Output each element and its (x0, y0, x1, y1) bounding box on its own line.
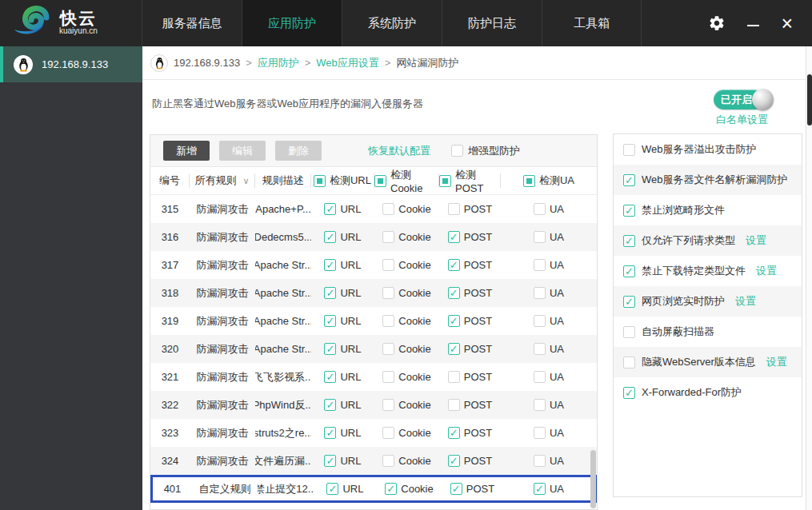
edit-button[interactable]: 编辑 (219, 141, 266, 161)
option-settings-link[interactable]: 设置 (746, 233, 766, 248)
post-checkbox[interactable] (448, 203, 460, 215)
url-check-cell: URL (311, 287, 374, 299)
url-checkbox[interactable] (324, 371, 336, 383)
page-description: 防止黑客通过Web服务器或Web应用程序的漏洞入侵服务器 (152, 97, 423, 111)
protection-option-row: 仅允许下列请求类型 设置 (614, 225, 802, 256)
check-cookie-all-checkbox[interactable] (374, 175, 386, 187)
protection-option-checkbox[interactable] (623, 296, 635, 308)
delete-button[interactable]: 删除 (275, 141, 322, 161)
post-checkbox[interactable] (448, 399, 460, 411)
nav-tab[interactable]: 服务器信息 (142, 0, 242, 46)
table-row[interactable]: 318 防漏洞攻击 Apache Str... URL Cookie POST … (150, 279, 597, 307)
breadcrumb-link-web-settings[interactable]: Web应用设置 (316, 56, 379, 70)
post-checkbox[interactable] (448, 455, 460, 467)
post-checkbox[interactable] (448, 343, 460, 355)
post-checkbox[interactable] (448, 231, 460, 243)
protection-option-checkbox[interactable] (623, 387, 635, 399)
nav-tab[interactable]: 应用防护 (242, 0, 342, 46)
ua-checkbox[interactable] (534, 231, 546, 243)
option-settings-link[interactable]: 设置 (766, 355, 787, 369)
ua-checkbox[interactable] (534, 203, 546, 215)
option-settings-link[interactable]: 设置 (735, 294, 756, 309)
check-post-all-checkbox[interactable] (439, 175, 451, 187)
restore-defaults-link[interactable]: 恢复默认配置 (368, 144, 430, 158)
url-checkbox[interactable] (324, 231, 336, 243)
ua-checkbox[interactable] (534, 455, 546, 467)
check-url-all-checkbox[interactable] (314, 175, 326, 187)
url-checkbox[interactable] (324, 315, 336, 327)
table-row[interactable]: 323 防漏洞攻击 struts2之re... URL Cookie POST … (150, 419, 597, 447)
table-row[interactable]: 316 防漏洞攻击 Dedecms5... URL Cookie POST UA (150, 223, 597, 251)
cookie-checkbox[interactable] (382, 231, 394, 243)
cookie-checkbox[interactable] (382, 371, 394, 383)
ua-check-cell: UA (501, 259, 597, 271)
url-checkbox[interactable] (324, 399, 336, 411)
protection-option-checkbox[interactable] (623, 174, 635, 186)
table-row[interactable]: 321 防漏洞攻击 飞飞影视系... URL Cookie POST UA (150, 363, 597, 391)
table-row[interactable]: 322 防漏洞攻击 PhpWind反... URL Cookie POST UA (150, 391, 597, 419)
url-checkbox[interactable] (324, 287, 336, 299)
protection-toggle[interactable]: 已开启 (714, 89, 774, 110)
cookie-checkbox[interactable] (385, 483, 397, 495)
nav-tab[interactable]: 系统防护 (342, 0, 442, 46)
ua-checkbox[interactable] (534, 259, 546, 271)
cookie-checkbox[interactable] (382, 343, 394, 355)
nav-tab[interactable]: 防护日志 (442, 0, 542, 46)
table-row[interactable]: 320 防漏洞攻击 Apache Str... URL Cookie POST … (150, 335, 597, 363)
cookie-checkbox[interactable] (382, 427, 394, 439)
nav-tab[interactable]: 工具箱 (542, 0, 642, 46)
add-button[interactable]: 新增 (163, 141, 210, 161)
whitelist-settings-link[interactable]: 白名单设置 (716, 113, 768, 127)
table-row[interactable]: 401 自定义规则 禁止提交12... URL Cookie POST UA (150, 475, 597, 503)
ua-checkbox[interactable] (534, 371, 546, 383)
check-ua-all-checkbox[interactable] (523, 175, 535, 187)
table-row[interactable]: 315 防漏洞攻击 Apache+P... URL Cookie POST UA (150, 195, 597, 223)
url-checkbox[interactable] (324, 203, 336, 215)
cookie-checkbox[interactable] (382, 399, 394, 411)
cookie-checkbox[interactable] (382, 203, 394, 215)
table-row[interactable]: 324 防漏洞攻击 文件遍历漏... URL Cookie POST UA (150, 447, 597, 475)
url-checkbox[interactable] (324, 343, 336, 355)
cookie-checkbox[interactable] (382, 315, 394, 327)
protection-option-checkbox[interactable] (623, 235, 635, 247)
protection-option-checkbox[interactable] (623, 205, 635, 217)
post-checkbox[interactable] (448, 259, 460, 271)
close-icon[interactable]: × (781, 14, 793, 32)
cookie-checkbox[interactable] (382, 455, 394, 467)
post-checkbox[interactable] (448, 427, 460, 439)
post-checkbox[interactable] (448, 315, 460, 327)
settings-gear-icon[interactable] (708, 14, 726, 32)
post-checkbox[interactable] (448, 371, 460, 383)
breadcrumb-link-app-protection[interactable]: 应用防护 (258, 56, 299, 70)
ua-checkbox[interactable] (534, 343, 546, 355)
url-checkbox[interactable] (324, 259, 336, 271)
table-row[interactable]: 317 防漏洞攻击 Apache Str... URL Cookie POST … (150, 251, 597, 279)
protection-option-checkbox[interactable] (623, 265, 635, 277)
option-settings-link[interactable]: 设置 (756, 264, 777, 278)
header-rules-filter-dropdown[interactable]: 所有规则 ∨ (190, 173, 255, 188)
sidebar-item-server[interactable]: 192.168.9.133 (0, 46, 142, 82)
cookie-checkbox[interactable] (382, 287, 394, 299)
window-scrollbar-thumb[interactable] (807, 74, 812, 126)
minimize-icon[interactable] (747, 25, 759, 26)
ua-checkbox[interactable] (534, 427, 546, 439)
rules-filter-label: 所有规则 (194, 173, 236, 188)
url-checkbox[interactable] (324, 427, 336, 439)
ua-checkbox[interactable] (534, 315, 546, 327)
table-row[interactable]: 319 防漏洞攻击 Apache Str... URL Cookie POST … (150, 307, 597, 335)
protection-option-checkbox[interactable] (623, 326, 635, 338)
protection-option-checkbox[interactable] (623, 357, 635, 369)
ua-checkbox[interactable] (534, 399, 546, 411)
post-checkbox[interactable] (448, 287, 460, 299)
ua-checkbox[interactable] (534, 287, 546, 299)
post-checkbox[interactable] (450, 483, 462, 495)
cookie-checkbox[interactable] (382, 259, 394, 271)
toggle-knob[interactable] (752, 89, 774, 110)
url-checkbox[interactable] (326, 483, 338, 495)
ua-checkbox[interactable] (534, 483, 546, 495)
rule-id: 322 (150, 399, 190, 411)
enhanced-protection-checkbox[interactable] (451, 145, 463, 157)
protection-option-checkbox[interactable] (623, 144, 635, 156)
url-checkbox[interactable] (324, 455, 336, 467)
table-scrollbar-thumb[interactable] (590, 450, 596, 508)
